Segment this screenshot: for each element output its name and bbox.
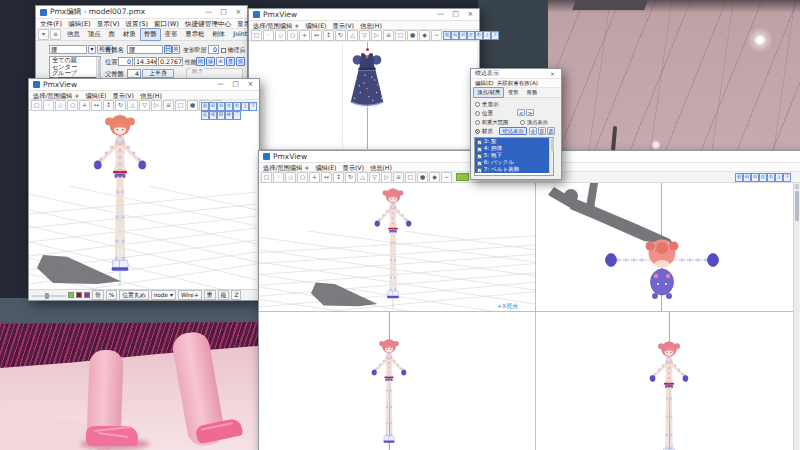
pmxview-body-window[interactable]: PmxView — □ × 选择/范围编辑 +编辑(E)显示(V)信息(H) ▢… [28,78,260,301]
close-button[interactable]: × [548,68,557,79]
material-item[interactable]: ✓ 4: 胴体 [475,145,553,152]
view-preset-button[interactable]: 左 [467,31,475,40]
green-toggle[interactable] [68,292,74,298]
menu-item[interactable]: 编辑(E) [85,92,106,98]
toolbar-icon[interactable]: ◇ [285,172,296,183]
layer-input[interactable]: 0 [208,45,219,54]
pos-z-input[interactable]: 0.27677 [158,57,183,66]
menu-item[interactable]: 信息(H) [370,164,392,170]
jp-toggle[interactable]: 日 [164,45,172,54]
toolbar-icon[interactable]: △ [127,100,138,111]
view-preset-button[interactable]: 下 [783,173,791,182]
menu-item[interactable]: 选择/范围编辑 + [263,164,309,170]
view-preset-button[interactable]: 下 [491,31,499,40]
filter-panel[interactable]: 绞込表示 × 编辑(E)关联权重有效(A) 顶点/材质变形骨骼 全显示 位置 <… [470,68,562,180]
status-button[interactable]: node ▾ [151,290,176,300]
toolbar-icon[interactable]: ○ [67,100,78,111]
tool-mini-button[interactable]: ▾ [38,29,49,40]
vertex-radio[interactable] [520,120,525,125]
menu-item[interactable]: 显示(V) [333,22,354,28]
toolbar-icon[interactable]: ◇ [55,100,66,111]
status-button[interactable]: Wire+ [178,290,202,300]
toolbar-icon[interactable]: ↕ [333,172,344,183]
menu-item[interactable]: 关联权重有效(A) [497,80,538,86]
pos-radio[interactable] [475,111,480,116]
toolbar-icon[interactable]: ◆ [429,172,440,183]
bone-search-dropdown[interactable]: ▾ [88,45,96,54]
view-preset-button[interactable]: 左 [225,102,233,111]
menu-item[interactable]: 编辑(E) [475,80,494,86]
editor-tab[interactable]: 刚体 [208,28,229,41]
toolbar-icon[interactable]: ○ [287,30,298,41]
view-preset-button[interactable]: 缩 [209,111,217,120]
toolbar-icon[interactable]: ↻ [115,100,126,111]
toolbar-icon[interactable]: ↻ [345,172,356,183]
view-preset-button[interactable]: 回 [217,111,225,120]
editor-tab[interactable]: 面 [105,28,119,41]
filter-display-button[interactable]: 绞込表示 [499,127,527,135]
view-preset-button[interactable]: 初 [443,31,451,40]
en-toggle[interactable]: 英 [172,45,180,54]
weight-paint-toggle[interactable] [456,173,469,181]
menu-item[interactable]: 选择/范围编辑 + [253,22,299,28]
toolbar-icon[interactable]: △ [357,172,368,183]
view-preset-button[interactable]: 拡 [201,111,209,120]
toolbar-icon[interactable]: · [43,100,54,111]
toolbar-icon[interactable]: + [309,172,320,183]
menu-item[interactable]: 编辑(E) [68,20,91,27]
view-preset-button[interactable]: 后 [217,102,225,111]
toolbar-icon[interactable]: ▽ [139,100,150,111]
status-button[interactable]: 位置丸め [119,290,148,300]
mini-select-button[interactable]: 反 [538,127,546,135]
view-preset-button[interactable]: 移 [225,111,233,120]
weight-radio[interactable] [475,120,480,125]
pos-prev-button[interactable]: < [517,109,525,116]
toolbar-icon[interactable]: ↔ [321,172,332,183]
perf-toggle[interactable]: 回转 [196,57,205,66]
close-button[interactable]: × [234,7,243,18]
toolbar-icon[interactable]: □ [405,172,416,183]
menu-item[interactable]: 编辑(E) [315,164,336,170]
toolbar-icon[interactable]: ≡ [163,100,174,111]
menu-item[interactable]: 信息(H) [140,92,162,98]
tool-mini-button[interactable]: ≡ [50,29,61,40]
view-preset-button[interactable]: 〇 [233,111,241,120]
material-item[interactable]: ✓ 5: 靴下 [475,152,553,159]
toolbar-icon[interactable]: · [273,172,284,183]
view-preset-button[interactable]: 前 [451,31,459,40]
maximize-button[interactable]: □ [451,9,460,20]
dress-viewport[interactable] [249,42,477,158]
parent-index-input[interactable]: 4 [127,69,141,78]
pmxview-titlebar[interactable]: PmxView — □ × [29,79,259,91]
all-radio[interactable] [475,102,480,107]
status-button[interactable]: 重 [204,290,216,300]
status-button[interactable]: 骨 [92,290,104,300]
editor-tab[interactable]: 骨骼 [140,28,161,41]
view-preset-button[interactable]: 初 [201,102,209,111]
view-scale-slider[interactable] [32,292,66,299]
close-button[interactable]: × [466,9,475,20]
view-preset-button[interactable]: 上 [483,31,491,40]
toolbar-icon[interactable]: ≡ [383,30,394,41]
maximize-button[interactable]: □ [219,7,228,18]
viewport-front-left[interactable] [259,312,535,450]
toolbar-icon[interactable]: □ [395,30,406,41]
menu-item[interactable]: 选择/范围编辑 + [33,92,79,98]
pmxview-quad-window[interactable]: PmxView 选择/范围编辑 +编辑(E)显示(V)信息(H) ▢·◇○+↔↕… [258,150,800,450]
pos-x-input[interactable]: 0 [118,57,133,66]
toolbar-icon[interactable]: · [263,30,274,41]
status-button[interactable]: % [106,290,118,300]
bone-search-input[interactable]: 腰 [49,45,87,54]
menu-item[interactable]: 设置(S) [125,20,148,27]
toolbar-icon[interactable]: ↕ [323,30,334,41]
mini-select-button[interactable]: 选 [547,127,555,135]
editor-tab[interactable]: 变形 [161,28,182,41]
material-item[interactable]: ✓ 7: ベルト装飾 [475,166,553,173]
model-viewport[interactable] [29,111,257,289]
view-preset-button[interactable]: 上 [775,173,783,182]
view-preset-button[interactable]: 右 [475,31,483,40]
maximize-button[interactable]: □ [231,79,240,90]
minimize-button[interactable]: — [204,7,213,18]
editor-tab[interactable]: 显示框 [181,28,208,41]
perf-toggle[interactable]: 移动 [206,57,215,66]
